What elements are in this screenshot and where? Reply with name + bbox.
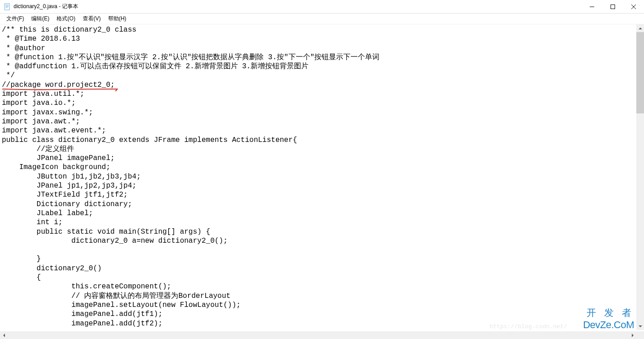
window-title: dictionary2_0.java - 记事本	[14, 3, 582, 10]
close-button[interactable]	[623, 0, 644, 14]
scroll-right-arrow[interactable]	[629, 331, 636, 339]
menubar: 文件(F) 编辑(E) 格式(O) 查看(V) 帮助(H)	[0, 14, 644, 24]
chevron-right-icon	[632, 334, 634, 337]
editor-container: /** this is dictionary2_0 class * @Time …	[0, 24, 644, 330]
menu-help[interactable]: 帮助(H)	[104, 14, 130, 24]
chevron-down-icon	[639, 325, 642, 327]
titlebar: dictionary2_0.java - 记事本	[0, 0, 644, 14]
notepad-icon	[4, 3, 11, 10]
scroll-down-arrow[interactable]	[636, 322, 644, 330]
menu-format[interactable]: 格式(O)	[53, 14, 79, 24]
chevron-left-icon	[3, 334, 5, 337]
scroll-thumb-vertical[interactable]	[636, 32, 644, 113]
menu-view[interactable]: 查看(V)	[79, 14, 104, 24]
text-editor[interactable]: /** this is dictionary2_0 class * @Time …	[0, 24, 644, 330]
menu-file[interactable]: 文件(F)	[3, 14, 28, 24]
horizontal-scrollbar[interactable]	[0, 331, 636, 339]
menu-edit[interactable]: 编辑(E)	[28, 14, 53, 24]
scrollbar-corner	[636, 331, 644, 339]
maximize-button[interactable]	[602, 0, 623, 14]
close-icon	[631, 5, 636, 9]
minimize-button[interactable]	[582, 0, 602, 14]
svg-rect-6	[611, 5, 615, 9]
maximize-icon	[611, 5, 615, 9]
vertical-scrollbar[interactable]	[636, 24, 644, 330]
window-controls	[582, 0, 644, 13]
scroll-up-arrow[interactable]	[636, 24, 644, 32]
scroll-left-arrow[interactable]	[0, 331, 8, 339]
chevron-up-icon	[639, 28, 642, 29]
minimize-icon	[590, 5, 594, 9]
